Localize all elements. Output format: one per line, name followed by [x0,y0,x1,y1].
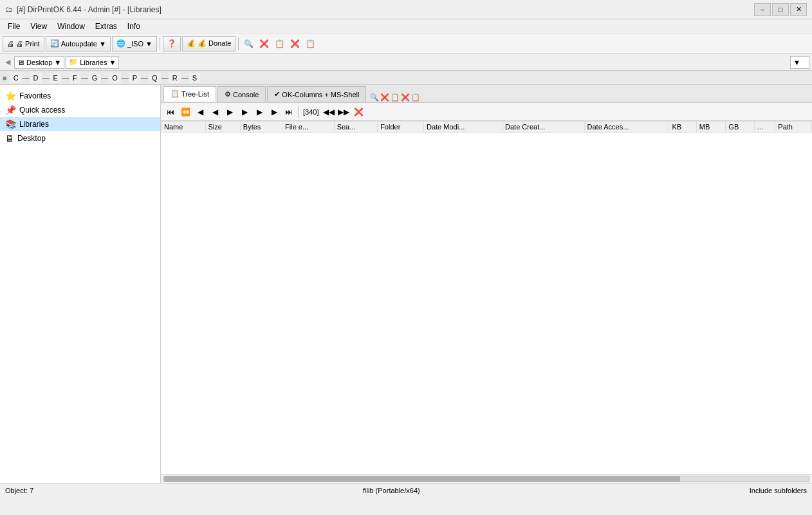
col-dateacc[interactable]: Date Acces... [584,122,669,133]
drive-g[interactable]: G [89,73,101,83]
nav-last-button[interactable]: ⏭ [282,105,296,119]
sidebar-item-quick-access[interactable]: 📌 Quick access [0,103,160,117]
sidebar-desktop-label: Desktop [17,134,46,143]
toolbar2-sep [298,106,299,118]
drive-d[interactable]: D [30,73,42,83]
sidebar-quick-access-label: Quick access [19,106,65,115]
toolbar2-icon2[interactable]: ❌ [380,93,389,102]
drive-q[interactable]: Q [149,73,161,83]
window-title: [#] DirPrintOK 6.44 - Admin [#] - [Libra… [17,5,754,14]
col-mb[interactable]: MB [696,122,726,133]
search-toolbar-button[interactable]: 🔍 [241,37,255,51]
col-size[interactable]: Size [205,122,240,133]
col-bytes[interactable]: Bytes [240,122,282,133]
menubar: File View Window Extras Info [0,19,812,33]
toolbar2-icon5[interactable]: 📋 [411,93,420,102]
delete-toolbar-button[interactable]: ❌ [288,37,302,51]
col-datecre[interactable]: Date Creat... [503,122,585,133]
toolbar2-icon1[interactable]: 🔍 [370,93,379,102]
sidebar-item-favorites[interactable]: ⭐ Favorites [0,89,160,103]
nav-next3-button[interactable]: ▶ [252,105,266,119]
drive-f[interactable]: F [69,73,80,83]
col-datemod[interactable]: Date Modi... [423,122,502,133]
drive-e[interactable]: E [50,73,61,83]
menu-file[interactable]: File [3,21,25,32]
desktop-sidebar-icon: 🖥 [5,133,14,144]
col-gb[interactable]: GB [726,122,755,133]
drive-s[interactable]: S [189,73,200,83]
toolbar-separator-2 [238,37,239,50]
toolbar2-icon4[interactable]: ❌ [401,93,410,102]
menu-window[interactable]: Window [52,21,90,32]
minimize-button[interactable]: − [754,3,771,16]
clear-button[interactable]: ❌ [351,105,365,119]
left-path-dropdown[interactable]: 🖥 Desktop ▼ [14,56,64,69]
donate-button[interactable]: 💰 💰 Donate [182,36,236,52]
nav-forward-button[interactable]: ▶▶ [337,105,351,119]
globe-icon: 🌐 [116,39,125,48]
col-ellipsis[interactable]: ... [754,122,775,133]
toolbar-separator-1 [160,37,160,50]
window-controls: − □ ✕ [754,3,807,16]
menu-info[interactable]: Info [122,21,145,32]
nav-first-button[interactable]: ⏮ [163,105,178,119]
paste-toolbar-button[interactable]: 📋 [303,37,317,51]
view-dropdown[interactable]: ▼ [790,56,809,69]
col-folder[interactable]: Folder [378,122,424,133]
col-path[interactable]: Path [775,122,812,133]
nav-icon: ◀ [3,58,13,66]
app-icon: 🗂 [5,5,13,14]
library-icon: 📚 [5,119,16,129]
nav-next2-button[interactable]: ▶ [237,105,252,119]
tabbar: 📋 Tree-List ⚙ Console ✔ OK-Columns + MS-… [161,85,812,103]
close-button[interactable]: ✕ [790,3,807,16]
autoupdate-button[interactable]: 🔄 Autoupdate ▼ [46,36,111,52]
drive-r[interactable]: R [169,73,181,83]
menu-extras[interactable]: Extras [90,21,122,32]
tree-icon: 📋 [171,89,180,98]
nav-next4-button[interactable]: ▶ [267,105,281,119]
tab-tree-list[interactable]: 📋 Tree-List [163,86,216,102]
col-name[interactable]: Name [161,122,206,133]
nav-prev3-button[interactable]: ◀ [208,105,222,119]
nav-prev-button[interactable]: ⏪ [178,105,192,119]
drive-p[interactable]: P [129,73,140,83]
sidebar-item-libraries[interactable]: 📚 Libraries [0,117,160,131]
col-kb[interactable]: KB [669,122,696,133]
print-button[interactable]: 🖨 🖨 Print [3,36,44,52]
help-icon: ❓ [167,39,176,48]
horizontal-scrollbar[interactable] [161,474,812,483]
star-icon: ⭐ [5,91,16,101]
navbar: ◀ 🖥 Desktop ▼ 📁 Libraries ▼ ▼ [0,54,812,71]
nav-backward-button[interactable]: ◀◀ [322,105,336,119]
cancel-toolbar-button[interactable]: ❌ [257,37,271,51]
iso-button[interactable]: 🌐 _ISO ▼ [112,36,157,52]
right-path-dropdown[interactable]: 📁 Libraries ▼ [66,56,119,69]
sidebar-item-desktop[interactable]: 🖥 Desktop [0,131,160,145]
help-button[interactable]: ❓ [163,36,181,52]
ok-icon: ✔ [274,90,280,98]
status-left: Object: 7 [5,487,33,494]
nav-next-button[interactable]: ▶ [223,105,237,119]
tab-ok-columns[interactable]: ✔ OK-Columns + MS-Shell [267,86,366,102]
tab-console[interactable]: ⚙ Console [217,86,266,102]
sidebar-favorites-section: ⭐ Favorites 📌 Quick access 📚 Libraries 🖥… [0,88,160,147]
menu-view[interactable]: View [25,21,52,32]
printer-icon: 🖨 [7,40,14,48]
pin-icon: 📌 [5,105,16,115]
copy-toolbar-button[interactable]: 📋 [272,37,286,51]
col-fileext[interactable]: File e... [282,122,335,133]
drive-c[interactable]: C [10,73,22,83]
toolbar2-icon3[interactable]: 📋 [391,93,400,102]
maximize-button[interactable]: □ [772,3,789,16]
drivebar: ■ C — D — E — F — G — O — P — Q — R — S [0,71,812,85]
sidebar: ⭐ Favorites 📌 Quick access 📚 Libraries 🖥… [0,85,161,483]
file-table[interactable]: Name Size Bytes File e... Sea... Folder … [161,121,812,474]
nav-prev2-button[interactable]: ◀ [193,105,207,119]
col-search[interactable]: Sea... [334,122,377,133]
file-panel: 📋 Tree-List ⚙ Console ✔ OK-Columns + MS-… [161,85,812,483]
drive-o[interactable]: O [109,73,121,83]
main-layout: ⭐ Favorites 📌 Quick access 📚 Libraries 🖥… [0,85,812,483]
sidebar-favorites-label: Favorites [19,91,51,100]
statusbar: Object: 7 filib (Portable/x64) Include s… [0,483,812,497]
